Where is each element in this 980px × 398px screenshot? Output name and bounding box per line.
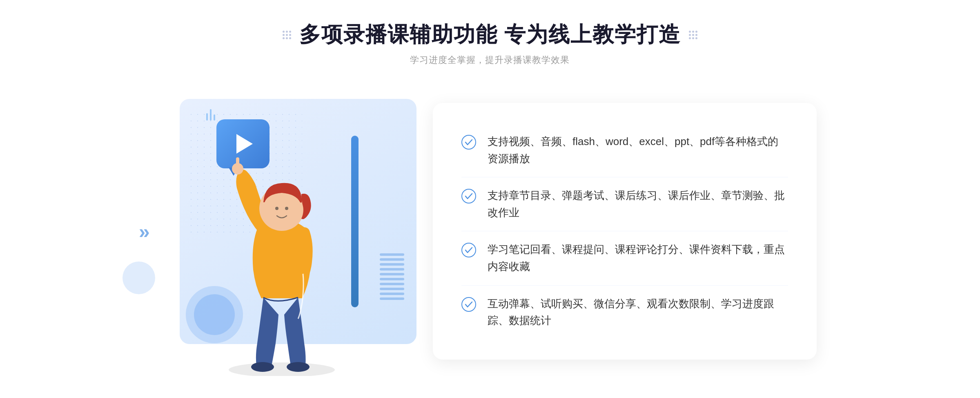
check-icon-4	[461, 297, 476, 312]
svg-rect-5	[236, 157, 239, 170]
svg-point-0	[229, 362, 335, 376]
svg-point-2	[275, 207, 278, 210]
feature-item-2: 支持章节目录、弹题考试、课后练习、课后作业、章节测验、批改作业	[461, 177, 788, 231]
svg-point-7	[287, 362, 310, 372]
svg-point-10	[462, 243, 476, 257]
svg-point-9	[462, 189, 476, 203]
feature-text-2: 支持章节目录、弹题考试、课后练习、课后作业、章节测验、批改作业	[488, 187, 788, 221]
page-title: 多项录播课辅助功能 专为线上教学打造	[299, 20, 681, 49]
page-container: 多项录播课辅助功能 专为线上教学打造 学习进度全掌握，提升录播课教学效果 »	[0, 0, 980, 398]
chevron-left-icon: »	[139, 220, 150, 242]
dot-grid-left	[283, 31, 291, 39]
svg-point-6	[251, 362, 274, 372]
human-figure-svg	[188, 114, 400, 376]
svg-point-3	[285, 207, 288, 210]
header-section: 多项录播课辅助功能 专为线上教学打造 学习进度全掌握，提升录播课教学效果	[283, 20, 697, 66]
illustration-wrapper	[163, 87, 441, 376]
svg-point-11	[462, 297, 476, 311]
content-area: »	[163, 87, 817, 376]
feature-item-1: 支持视频、音频、flash、word、excel、ppt、pdf等各种格式的资源…	[461, 123, 788, 177]
feature-text-3: 学习笔记回看、课程提问、课程评论打分、课件资料下载，重点内容收藏	[488, 241, 788, 275]
header-title-row: 多项录播课辅助功能 专为线上教学打造	[283, 20, 697, 49]
svg-point-8	[462, 135, 476, 149]
page-subtitle: 学习进度全掌握，提升录播课教学效果	[410, 54, 570, 66]
check-icon-2	[461, 189, 476, 203]
feature-item-4: 互动弹幕、试听购买、微信分享、观看次数限制、学习进度跟踪、数据统计	[461, 286, 788, 339]
features-panel: 支持视频、音频、flash、word、excel、ppt、pdf等各种格式的资源…	[433, 103, 817, 360]
check-icon-3	[461, 243, 476, 257]
check-icon-1	[461, 135, 476, 150]
feature-text-1: 支持视频、音频、flash、word、excel、ppt、pdf等各种格式的资源…	[488, 133, 788, 167]
small-circle-decoration	[122, 262, 155, 294]
dot-grid-right	[689, 31, 697, 39]
feature-item-3: 学习笔记回看、课程提问、课程评论打分、课件资料下载，重点内容收藏	[461, 231, 788, 285]
feature-text-4: 互动弹幕、试听购买、微信分享、观看次数限制、学习进度跟踪、数据统计	[488, 295, 788, 329]
